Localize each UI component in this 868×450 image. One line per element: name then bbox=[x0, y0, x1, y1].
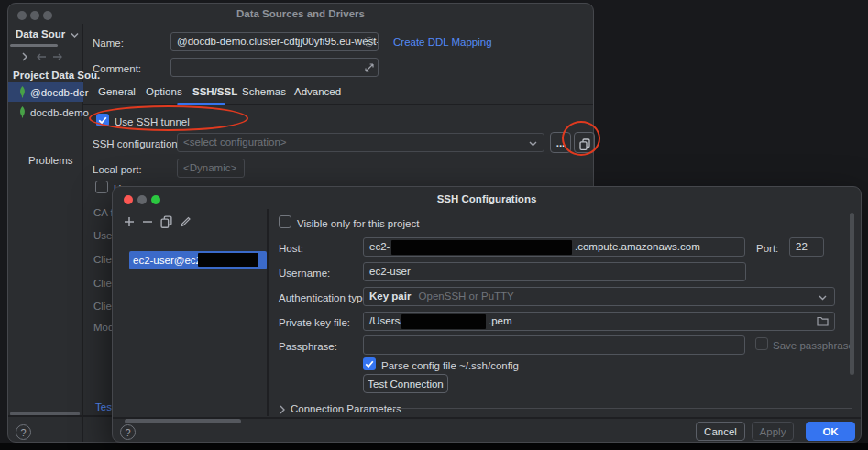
sidebar: Data Sour Project Data Sou. @docdb-der d… bbox=[8, 24, 83, 442]
refresh-name-icon[interactable] bbox=[364, 37, 374, 47]
help-button[interactable]: ? bbox=[120, 424, 136, 440]
sidebar-nav bbox=[8, 49, 83, 64]
tab-schemas[interactable]: Schemas bbox=[242, 86, 286, 97]
host-label: Host: bbox=[279, 242, 303, 255]
local-port-label: Local port: bbox=[93, 163, 142, 176]
comment-input[interactable] bbox=[170, 58, 379, 77]
private-key-label: Private key file: bbox=[279, 316, 350, 329]
sidebar-hscroll-top[interactable] bbox=[10, 44, 58, 47]
sidebar-item-datasource[interactable]: docdb-demo bbox=[8, 103, 83, 122]
auth-type-value: Key pair bbox=[369, 291, 411, 302]
chevron-down-icon bbox=[529, 141, 537, 147]
hidden-label-use: Use bbox=[93, 229, 112, 242]
data-sources-view-selector[interactable]: Data Sour bbox=[16, 28, 79, 39]
connection-parameters-toggle[interactable]: Connection Parameters bbox=[291, 402, 401, 415]
expand-field-icon[interactable] bbox=[365, 63, 374, 72]
tab-divider bbox=[83, 104, 593, 105]
passphrase-label: Passphrase: bbox=[279, 340, 337, 353]
name-value: @docdb-demo.cluster-cdtjj00yfi95.eu-west… bbox=[177, 36, 379, 47]
cancel-button[interactable]: Cancel bbox=[696, 422, 745, 441]
visible-only-checkbox[interactable] bbox=[279, 215, 291, 228]
ssh-config-list-item-selected[interactable]: ec2-user@ec2- bbox=[129, 251, 267, 269]
name-input[interactable]: @docdb-demo.cluster-cdtjj00yfi95.eu-west… bbox=[170, 32, 379, 51]
port-input[interactable]: 22 bbox=[789, 237, 824, 257]
help-button[interactable]: ? bbox=[16, 424, 31, 440]
outer-titlebar: Data Sources and Drivers bbox=[8, 4, 593, 24]
parse-config-checkbox[interactable] bbox=[363, 357, 376, 370]
expand-node-icon[interactable] bbox=[22, 52, 27, 61]
copy-icon bbox=[579, 138, 590, 150]
save-passphrase-checkbox bbox=[755, 337, 768, 350]
tab-ssh-ssl[interactable]: SSH/SSL bbox=[192, 86, 237, 97]
parse-config-label[interactable]: Parse config file ~/.ssh/config bbox=[381, 359, 519, 372]
host-suffix: .compute.amazonaws.com bbox=[575, 238, 700, 256]
form-vscroll[interactable] bbox=[850, 213, 854, 375]
add-config-icon[interactable] bbox=[124, 216, 135, 227]
desktop-edge bbox=[0, 443, 868, 450]
test-connection-button[interactable]: Test Connection bbox=[363, 374, 448, 393]
ssh-config-form: Visible only for this project Host: ec2-… bbox=[270, 209, 861, 416]
ssh-config-list-panel: ec2-user@ec2- bbox=[113, 209, 269, 416]
chevron-down-icon bbox=[819, 295, 827, 301]
tab-general[interactable]: General bbox=[98, 86, 136, 97]
list-hscroll[interactable] bbox=[125, 419, 241, 423]
private-key-input[interactable]: /Users/.pem bbox=[363, 312, 835, 331]
auth-type-hint: OpenSSH or PuTTY bbox=[419, 291, 514, 302]
use-ssl-checkbox[interactable] bbox=[95, 181, 108, 193]
copy-config-button[interactable] bbox=[574, 132, 595, 153]
chevron-down-icon bbox=[71, 32, 79, 38]
use-ssh-tunnel-label[interactable]: Use SSH tunnel bbox=[115, 115, 190, 128]
copy-config-icon[interactable] bbox=[160, 215, 172, 228]
active-tab-underline bbox=[177, 103, 225, 105]
edit-config-icon[interactable] bbox=[180, 215, 192, 228]
datasource-item-label: docdb-demo bbox=[30, 106, 89, 119]
forward-arrow-icon[interactable] bbox=[52, 53, 63, 60]
host-input[interactable]: ec2-.compute.amazonaws.com bbox=[363, 237, 745, 257]
redaction bbox=[401, 314, 486, 329]
tab-advanced[interactable]: Advanced bbox=[294, 86, 341, 97]
passphrase-input[interactable] bbox=[363, 335, 745, 355]
config-item-label: ec2-user@ec2- bbox=[133, 254, 205, 267]
ssh-footer-divider bbox=[113, 417, 861, 419]
sidebar-item-problems[interactable]: Problems bbox=[28, 154, 73, 167]
redaction bbox=[198, 253, 258, 267]
ok-button[interactable]: OK bbox=[806, 422, 855, 441]
auth-type-select[interactable]: Key pair OpenSSH or PuTTY bbox=[363, 287, 835, 306]
sidebar-item-datasource-selected[interactable]: @docdb-der bbox=[8, 82, 83, 102]
username-input[interactable]: ec2-user bbox=[363, 262, 746, 281]
visible-only-label[interactable]: Visible only for this project bbox=[297, 217, 419, 230]
tab-options[interactable]: Options bbox=[146, 86, 182, 97]
chevron-right-icon[interactable] bbox=[280, 405, 285, 414]
port-label: Port: bbox=[756, 242, 778, 255]
mongodb-leaf-icon bbox=[17, 86, 27, 98]
connection-parameters-line bbox=[393, 408, 852, 409]
settings-tabs: General Options SSH/SSL Schemas Advanced bbox=[83, 86, 593, 106]
use-ssh-tunnel-checkbox[interactable] bbox=[96, 114, 109, 126]
redaction bbox=[391, 240, 572, 255]
ssh-configuration-select[interactable]: <select configuration> bbox=[177, 133, 544, 152]
comment-label: Comment: bbox=[93, 62, 141, 75]
ssh-configurations-dialog: SSH Configurations ec2-user@ec2- Visible… bbox=[112, 186, 862, 443]
list-toolbar bbox=[113, 213, 267, 231]
remove-config-icon[interactable] bbox=[142, 216, 153, 227]
username-label: Username: bbox=[279, 267, 330, 280]
mongodb-leaf-icon bbox=[17, 106, 27, 118]
key-prefix: /Users/ bbox=[369, 315, 402, 326]
create-ddl-mapping-link[interactable]: Create DDL Mapping bbox=[393, 37, 492, 48]
checkmark-icon bbox=[96, 114, 109, 126]
browse-ssh-configs-button[interactable]: ... bbox=[550, 132, 571, 153]
name-label: Name: bbox=[93, 37, 124, 49]
ssh-configuration-value: <select configuration> bbox=[183, 137, 287, 148]
view-selector-label: Data Sour bbox=[16, 28, 65, 39]
datasource-item-label: @docdb-der bbox=[30, 86, 88, 99]
local-port-input[interactable]: <Dynamic> bbox=[177, 159, 245, 178]
key-suffix: .pem bbox=[489, 313, 512, 330]
apply-button: Apply bbox=[752, 422, 794, 441]
back-arrow-icon[interactable] bbox=[36, 53, 47, 60]
dialog-title: SSH Configurations bbox=[113, 193, 861, 204]
ssh-configuration-label: SSH configuration: bbox=[93, 137, 181, 150]
host-prefix: ec2- bbox=[369, 241, 390, 252]
folder-icon[interactable] bbox=[817, 316, 829, 326]
dialog-title: Data Sources and Drivers bbox=[8, 8, 593, 19]
save-passphrase-label: Save passphrase bbox=[773, 339, 854, 352]
